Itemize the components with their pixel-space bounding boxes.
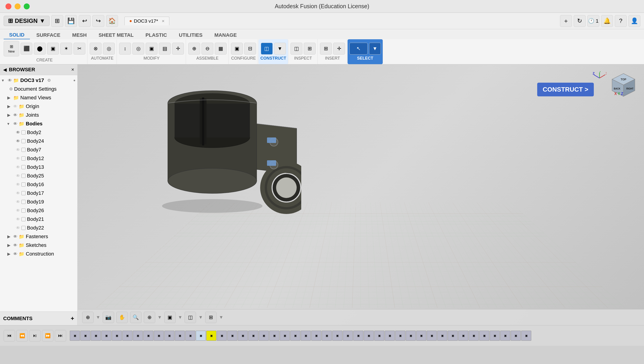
insert-plus[interactable]: ✛ [333,43,345,55]
frame-cell[interactable]: ▣ [511,331,521,341]
zoom-tool[interactable]: 🔍 [130,312,142,323]
tree-body-body26[interactable]: 👁 Body26 [0,206,77,215]
configure-parameters[interactable]: ▣ [231,43,243,55]
construct-dropdown[interactable]: ▼ [274,43,286,55]
inspect-measure[interactable]: ◫ [290,43,302,55]
select-tool[interactable]: ↖ [350,43,368,55]
frame-cell[interactable]: ▣ [479,331,489,341]
assemble-table[interactable]: ▦ [215,43,226,55]
frame-cell[interactable]: ▣ [416,331,426,341]
automate-tool2[interactable]: ◎ [103,43,115,55]
collapse-sidebar-button[interactable]: ◀ [3,67,6,72]
frame-cell[interactable]: ▣ [164,331,174,341]
eye-icon[interactable]: 👁 [16,174,20,178]
tree-named-views[interactable]: ▶ 📁 Named Views [0,93,77,102]
tree-joints[interactable]: ▶ 👁 📁 Joints [0,111,77,119]
refresh-button[interactable]: ↻ [574,15,586,27]
clock-button[interactable]: 🕐 1 [588,15,599,27]
frame-cell[interactable]: ▣ [437,331,447,341]
tab-manage[interactable]: MANAGE [209,31,242,39]
toolbar-save[interactable]: 💾 [65,15,77,27]
frame-cell[interactable]: ▣ [70,331,80,341]
modify-fillet[interactable]: ◎ [132,43,144,55]
tree-root-doc3[interactable]: ▾ 👁 📁 DOC3 v17 ⚙ ● [0,76,77,85]
create-cylinder[interactable]: ⬤ [34,43,46,55]
frame-cell[interactable]: ▣ [269,331,279,341]
frame-cell[interactable]: ▣ [248,331,258,341]
tree-body-body22[interactable]: 👁 Body22 [0,224,77,232]
tree-body-body2[interactable]: 👁 Body2 [0,128,77,137]
doc-tab-close[interactable]: × [162,18,164,24]
visibility-icon[interactable]: ● [73,78,76,83]
tree-body-body16[interactable]: 👁 Body16 [0,180,77,189]
playback-first[interactable]: ⏮ [4,330,15,341]
viewcube[interactable]: TOP RIGHT BACK X Y Z [610,71,637,100]
frame-cell[interactable]: ▣ [122,331,132,341]
tree-body-body7[interactable]: 👁 Body7 [0,145,77,154]
view-mode-tool[interactable]: ◫ [184,312,196,323]
frame-cell[interactable]: ▣ [91,331,101,341]
environment-tool[interactable]: ⊞ [205,312,216,323]
tree-body-body24[interactable]: 👁 Body24 [0,137,77,145]
tab-solid[interactable]: SOLID [4,31,30,39]
add-comment-button[interactable]: + [71,315,74,322]
frame-cell[interactable]: ▣ [301,331,311,341]
frame-cell[interactable]: ▣ [322,331,332,341]
frame-cell[interactable]: ▣ [112,331,122,341]
doc-tab-doc3[interactable]: ● DOC3 v17* × [124,17,169,25]
tree-origin[interactable]: ▶ 👁 📁 Origin [0,102,77,111]
body-checkbox[interactable] [22,208,26,213]
frame-cell[interactable]: ▣ [101,331,111,341]
close-button[interactable] [6,4,12,9]
eye-icon[interactable]: 👁 [16,130,20,135]
modify-chamfer[interactable]: ▣ [146,43,158,55]
frame-cell[interactable]: ▣ [238,331,248,341]
design-dropdown[interactable]: ⊞ DESIGN ▼ [4,16,50,26]
frame-cell[interactable]: ▣ [280,331,290,341]
frame-cell[interactable]: ▣ [206,331,216,341]
create-new-body[interactable]: ⊞ New [4,41,19,56]
eye-icon[interactable]: 👁 [13,104,17,109]
frame-cell[interactable]: ▣ [469,331,479,341]
frame-cell[interactable]: ▣ [374,331,384,341]
body-checkbox[interactable] [22,165,26,169]
account-button[interactable]: 👤 [628,15,640,27]
snap-tool[interactable]: ⊕ [82,312,94,323]
frame-cell[interactable]: ▣ [521,331,531,341]
eye-icon[interactable]: 👁 [16,156,20,161]
body-checkbox[interactable] [22,182,26,187]
body-checkbox[interactable] [22,148,26,152]
body-checkbox[interactable] [22,130,26,135]
eye-icon[interactable]: 👁 [16,191,20,196]
tree-construction[interactable]: ▶ 👁 📁 Construction [0,250,77,258]
frame-cell[interactable]: ▣ [385,331,395,341]
construct-plane[interactable]: ◫ [261,43,273,55]
inspect-section[interactable]: ⊞ [304,43,316,55]
maximize-button[interactable] [24,4,30,9]
frame-cell[interactable]: ▣ [217,331,227,341]
create-box[interactable]: ⬛ [20,43,32,55]
insert-obj[interactable]: ⊞ [320,43,332,55]
bell-button[interactable]: 🔔 [601,15,613,27]
body-checkbox[interactable] [22,174,26,178]
eye-icon[interactable]: 👁 [8,78,12,83]
frame-cell[interactable]: ▣ [175,331,185,341]
gear-icon[interactable]: ⚙ [47,78,51,83]
frame-cell[interactable]: ▣ [80,331,90,341]
frame-cell[interactable]: ▣ [154,331,164,341]
automate-tool1[interactable]: ⊗ [90,43,102,55]
toolbar-new[interactable]: ⊞ [51,15,63,27]
frame-cell[interactable]: ▣ [448,331,458,341]
sidebar-close-button[interactable]: × [71,67,74,73]
tab-surface[interactable]: SURFACE [31,31,66,39]
tab-plastic[interactable]: PLASTIC [140,31,172,39]
modify-shell[interactable]: ▤ [159,43,171,55]
eye-icon[interactable]: 👁 [16,208,20,213]
eye-icon[interactable]: 👁 [13,122,17,126]
playback-prev[interactable]: ⏪ [16,330,28,341]
assemble-joint[interactable]: ⊕ [188,43,200,55]
modify-move[interactable]: ✛ [172,43,184,55]
tree-body-body13[interactable]: 👁 Body13 [0,163,77,172]
tree-bodies[interactable]: ▾ 👁 📁 Bodies [0,119,77,128]
tab-sheet-metal[interactable]: SHEET METAL [93,31,139,39]
